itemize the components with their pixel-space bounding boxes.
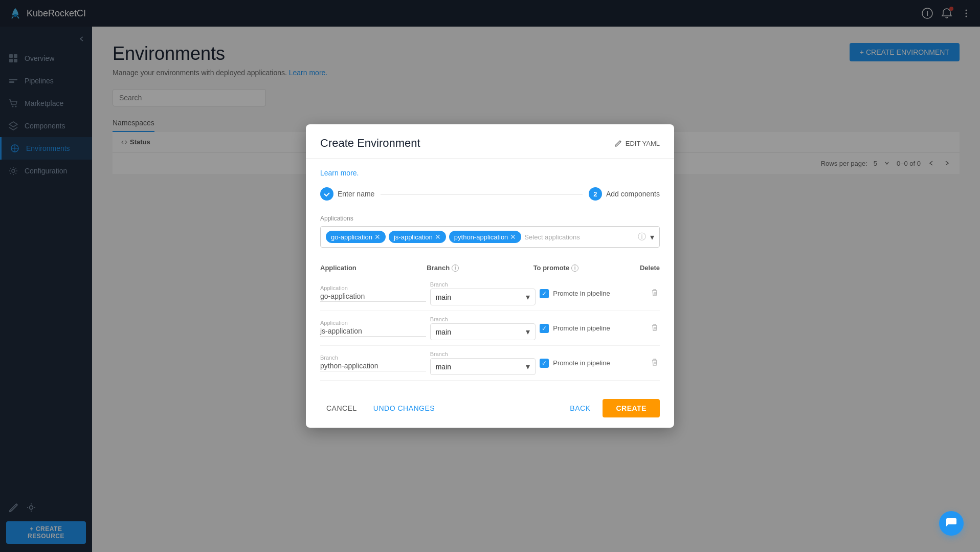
col-delete: Delete [640,264,660,272]
create-environment-modal: Create Environment EDIT YAML Learn more.… [306,124,674,428]
undo-changes-button[interactable]: UNDO CHANGES [367,400,441,416]
applications-section-label: Applications [320,215,660,222]
table-row: Branch python-application Branch main ▾ … [320,346,660,381]
modal-overlay: Create Environment EDIT YAML Learn more.… [0,0,980,552]
branch-dropdown-arrow: ▾ [526,327,530,337]
chat-fab-button[interactable] [939,511,964,536]
row-1-delete[interactable] [650,288,660,300]
chip-go-application-close[interactable]: ✕ [374,233,381,241]
row-3-branch-select[interactable]: main ▾ [430,358,536,375]
delete-icon [650,288,660,298]
step-line [381,194,583,194]
row-1-promote: ✓ Promote in pipeline [540,289,645,298]
row-1-promote-checkbox[interactable]: ✓ [540,289,549,298]
row-2-application: Application js-application [320,320,426,337]
select-applications-placeholder: Select applications [524,233,635,241]
col-to-promote: To promote i [533,264,640,272]
chip-js-application: js-application ✕ [389,231,446,243]
row-2-branch-select[interactable]: main ▾ [430,323,536,340]
pencil-icon [614,139,622,147]
modal-learn-more[interactable]: Learn more. [320,169,660,177]
step-1: Enter name [320,187,374,201]
delete-icon [650,357,660,367]
table-row: Application go-application Branch main ▾… [320,276,660,311]
create-button[interactable]: CREATE [603,399,660,417]
branch-dropdown-arrow: ▾ [526,362,530,371]
modal-header: Create Environment EDIT YAML [306,124,674,159]
delete-icon [650,322,660,333]
modal-title: Create Environment [320,137,420,150]
chip-actions: ⓘ ▾ [638,232,654,242]
applications-dropdown-icon[interactable]: ▾ [650,232,654,242]
row-1-branch-select[interactable]: main ▾ [430,289,536,305]
stepper: Enter name 2 Add components [320,187,660,201]
step-2: 2 Add components [589,187,660,201]
row-3-application: Branch python-application [320,355,426,371]
row-3-promote-checkbox[interactable]: ✓ [540,359,549,368]
row-2-promote: ✓ Promote in pipeline [540,324,645,333]
app-table-header: Application Branch i To promote i Delete [320,260,660,276]
cancel-button[interactable]: CANCEL [320,400,363,416]
row-2-promote-checkbox[interactable]: ✓ [540,324,549,333]
row-3-branch: Branch main ▾ [430,351,536,375]
applications-chips-row: go-application ✕ js-application ✕ python… [320,226,660,248]
chat-icon [945,517,957,529]
col-application: Application [320,264,427,272]
chip-python-application: python-application ✕ [449,231,522,243]
applications-info-icon[interactable]: ⓘ [638,232,646,242]
row-3-promote: ✓ Promote in pipeline [540,359,645,368]
step-1-label: Enter name [338,190,374,198]
row-1-application: Application go-application [320,285,426,302]
branch-dropdown-arrow: ▾ [526,292,530,302]
back-button[interactable]: BACK [562,400,598,416]
row-2-delete[interactable] [650,322,660,335]
step-2-circle: 2 [589,187,602,201]
chip-python-application-close[interactable]: ✕ [510,233,516,241]
step-1-circle [320,187,333,201]
chip-go-application: go-application ✕ [326,231,386,243]
row-2-branch: Branch main ▾ [430,316,536,340]
branch-info-icon[interactable]: i [452,264,459,272]
col-branch: Branch i [427,264,533,272]
row-1-branch: Branch main ▾ [430,281,536,305]
modal-footer: CANCEL UNDO CHANGES BACK CREATE [306,391,674,428]
table-row: Application js-application Branch main ▾… [320,311,660,346]
step-2-label: Add components [606,190,660,198]
promote-info-icon[interactable]: i [571,264,578,272]
modal-body: Learn more. Enter name 2 Add components … [306,159,674,391]
chip-js-application-close[interactable]: ✕ [435,233,441,241]
edit-yaml-button[interactable]: EDIT YAML [614,139,660,147]
row-3-delete[interactable] [650,357,660,369]
